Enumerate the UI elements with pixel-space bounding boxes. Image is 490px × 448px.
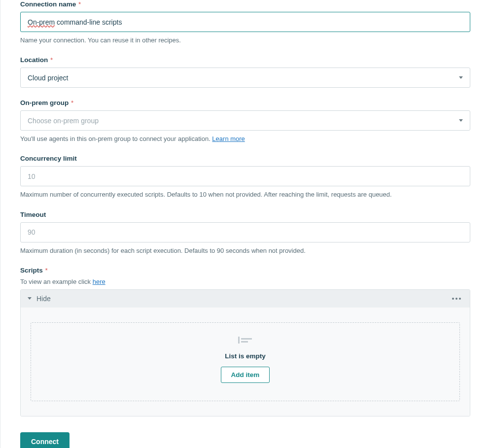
empty-list-box: List is empty Add item bbox=[31, 322, 460, 401]
chevron-down-icon bbox=[459, 76, 463, 79]
concurrency-help: Maximum number of concurrently executed … bbox=[20, 190, 470, 199]
chevron-down-icon bbox=[28, 297, 32, 300]
scripts-label: Scripts * bbox=[20, 267, 48, 274]
timeout-label: Timeout bbox=[20, 211, 46, 218]
required-asterisk: * bbox=[76, 0, 81, 8]
timeout-help: Maximum duration (in seconds) for each s… bbox=[20, 246, 470, 255]
input-text-spellcheck: On-prem bbox=[28, 18, 55, 26]
scripts-hint: To view an example click here bbox=[20, 278, 470, 285]
connection-name-help: Name your connection. You can reuse it i… bbox=[20, 36, 470, 45]
more-menu-icon[interactable] bbox=[450, 296, 463, 302]
chevron-down-icon bbox=[459, 119, 463, 122]
scripts-panel: Hide List is empty Add item bbox=[20, 289, 470, 416]
scripts-header-toggle[interactable]: Hide bbox=[21, 290, 470, 308]
connection-name-label: Connection name * bbox=[20, 0, 81, 8]
hide-label: Hide bbox=[36, 295, 51, 303]
input-text-rest: command-line scripts bbox=[55, 18, 122, 26]
learn-more-link[interactable]: Learn more bbox=[212, 135, 245, 142]
add-item-button[interactable]: Add item bbox=[221, 367, 270, 383]
onprem-group-label: On-prem group * bbox=[20, 99, 73, 106]
location-value: Cloud project bbox=[28, 74, 69, 82]
empty-list-icon bbox=[237, 337, 254, 345]
timeout-input[interactable] bbox=[20, 222, 470, 242]
example-here-link[interactable]: here bbox=[93, 278, 105, 285]
onprem-group-placeholder: Choose on-prem group bbox=[28, 117, 99, 125]
required-asterisk: * bbox=[48, 56, 53, 64]
required-asterisk: * bbox=[43, 267, 48, 274]
location-label: Location * bbox=[20, 56, 53, 64]
onprem-group-help: You'll use agents in this on-prem group … bbox=[20, 135, 470, 143]
concurrency-input[interactable] bbox=[20, 166, 470, 186]
connect-button[interactable]: Connect bbox=[20, 432, 70, 448]
concurrency-label: Concurrency limit bbox=[20, 155, 77, 162]
empty-text: List is empty bbox=[225, 352, 266, 360]
required-asterisk: * bbox=[69, 99, 73, 106]
connection-name-input[interactable]: On-prem command-line scripts bbox=[20, 12, 470, 32]
location-select[interactable]: Cloud project bbox=[20, 68, 470, 88]
onprem-group-select[interactable]: Choose on-prem group bbox=[20, 110, 470, 131]
